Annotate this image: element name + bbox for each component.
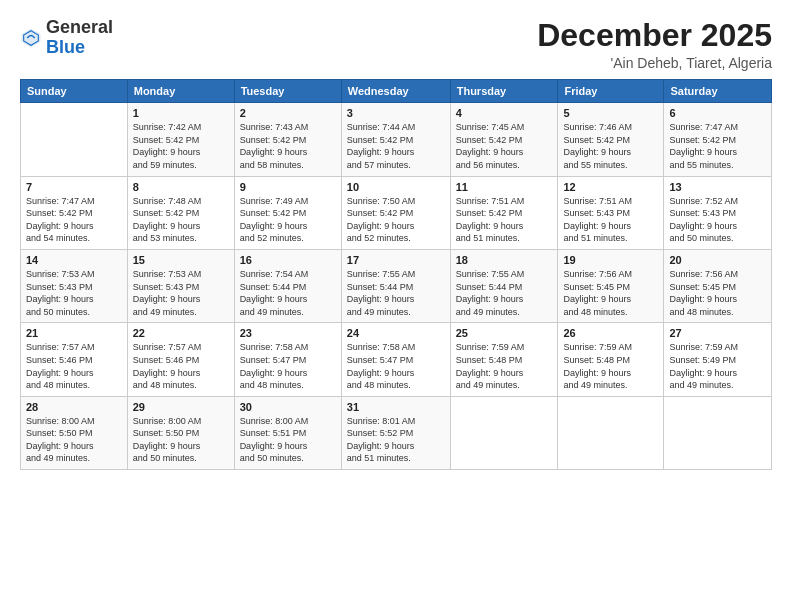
logo: General Blue [20, 18, 113, 58]
calendar-cell [664, 396, 772, 469]
calendar-week-1: 1Sunrise: 7:42 AM Sunset: 5:42 PM Daylig… [21, 103, 772, 176]
logo-icon [20, 27, 42, 49]
svg-marker-0 [21, 28, 40, 47]
calendar-cell [450, 396, 558, 469]
day-number: 14 [26, 254, 122, 266]
day-info: Sunrise: 7:58 AM Sunset: 5:47 PM Dayligh… [240, 341, 336, 391]
calendar-cell: 6Sunrise: 7:47 AM Sunset: 5:42 PM Daylig… [664, 103, 772, 176]
day-number: 8 [133, 181, 229, 193]
calendar-cell: 11Sunrise: 7:51 AM Sunset: 5:42 PM Dayli… [450, 176, 558, 249]
day-info: Sunrise: 7:53 AM Sunset: 5:43 PM Dayligh… [26, 268, 122, 318]
day-info: Sunrise: 7:46 AM Sunset: 5:42 PM Dayligh… [563, 121, 658, 171]
day-info: Sunrise: 7:56 AM Sunset: 5:45 PM Dayligh… [563, 268, 658, 318]
logo-text: General Blue [46, 18, 113, 58]
day-info: Sunrise: 7:55 AM Sunset: 5:44 PM Dayligh… [347, 268, 445, 318]
day-number: 16 [240, 254, 336, 266]
location: 'Ain Deheb, Tiaret, Algeria [537, 55, 772, 71]
day-info: Sunrise: 7:52 AM Sunset: 5:43 PM Dayligh… [669, 195, 766, 245]
calendar-cell: 29Sunrise: 8:00 AM Sunset: 5:50 PM Dayli… [127, 396, 234, 469]
day-number: 27 [669, 327, 766, 339]
day-number: 4 [456, 107, 553, 119]
day-number: 17 [347, 254, 445, 266]
calendar-cell: 17Sunrise: 7:55 AM Sunset: 5:44 PM Dayli… [341, 249, 450, 322]
day-number: 2 [240, 107, 336, 119]
day-number: 20 [669, 254, 766, 266]
calendar-cell: 3Sunrise: 7:44 AM Sunset: 5:42 PM Daylig… [341, 103, 450, 176]
logo-general-text: General [46, 17, 113, 37]
day-number: 11 [456, 181, 553, 193]
day-info: Sunrise: 7:43 AM Sunset: 5:42 PM Dayligh… [240, 121, 336, 171]
calendar-cell: 27Sunrise: 7:59 AM Sunset: 5:49 PM Dayli… [664, 323, 772, 396]
day-number: 26 [563, 327, 658, 339]
day-info: Sunrise: 7:48 AM Sunset: 5:42 PM Dayligh… [133, 195, 229, 245]
calendar-cell: 30Sunrise: 8:00 AM Sunset: 5:51 PM Dayli… [234, 396, 341, 469]
calendar-cell: 26Sunrise: 7:59 AM Sunset: 5:48 PM Dayli… [558, 323, 664, 396]
day-info: Sunrise: 8:00 AM Sunset: 5:50 PM Dayligh… [26, 415, 122, 465]
day-info: Sunrise: 7:45 AM Sunset: 5:42 PM Dayligh… [456, 121, 553, 171]
day-number: 25 [456, 327, 553, 339]
month-title: December 2025 [537, 18, 772, 53]
day-number: 24 [347, 327, 445, 339]
day-number: 31 [347, 401, 445, 413]
calendar-cell: 16Sunrise: 7:54 AM Sunset: 5:44 PM Dayli… [234, 249, 341, 322]
calendar-table: Sunday Monday Tuesday Wednesday Thursday… [20, 79, 772, 470]
day-number: 29 [133, 401, 229, 413]
calendar-cell [558, 396, 664, 469]
calendar-cell: 9Sunrise: 7:49 AM Sunset: 5:42 PM Daylig… [234, 176, 341, 249]
day-number: 10 [347, 181, 445, 193]
day-info: Sunrise: 7:51 AM Sunset: 5:42 PM Dayligh… [456, 195, 553, 245]
day-number: 3 [347, 107, 445, 119]
day-number: 9 [240, 181, 336, 193]
calendar-cell: 15Sunrise: 7:53 AM Sunset: 5:43 PM Dayli… [127, 249, 234, 322]
col-tuesday: Tuesday [234, 80, 341, 103]
day-info: Sunrise: 8:00 AM Sunset: 5:50 PM Dayligh… [133, 415, 229, 465]
day-info: Sunrise: 7:50 AM Sunset: 5:42 PM Dayligh… [347, 195, 445, 245]
day-number: 15 [133, 254, 229, 266]
calendar-cell: 2Sunrise: 7:43 AM Sunset: 5:42 PM Daylig… [234, 103, 341, 176]
day-info: Sunrise: 7:56 AM Sunset: 5:45 PM Dayligh… [669, 268, 766, 318]
day-info: Sunrise: 7:44 AM Sunset: 5:42 PM Dayligh… [347, 121, 445, 171]
logo-blue-text: Blue [46, 37, 85, 57]
calendar-cell: 24Sunrise: 7:58 AM Sunset: 5:47 PM Dayli… [341, 323, 450, 396]
day-info: Sunrise: 7:49 AM Sunset: 5:42 PM Dayligh… [240, 195, 336, 245]
day-number: 5 [563, 107, 658, 119]
calendar-cell: 1Sunrise: 7:42 AM Sunset: 5:42 PM Daylig… [127, 103, 234, 176]
day-info: Sunrise: 7:59 AM Sunset: 5:48 PM Dayligh… [563, 341, 658, 391]
calendar-cell: 10Sunrise: 7:50 AM Sunset: 5:42 PM Dayli… [341, 176, 450, 249]
day-info: Sunrise: 7:58 AM Sunset: 5:47 PM Dayligh… [347, 341, 445, 391]
calendar-cell: 22Sunrise: 7:57 AM Sunset: 5:46 PM Dayli… [127, 323, 234, 396]
col-monday: Monday [127, 80, 234, 103]
calendar-cell: 18Sunrise: 7:55 AM Sunset: 5:44 PM Dayli… [450, 249, 558, 322]
day-info: Sunrise: 8:01 AM Sunset: 5:52 PM Dayligh… [347, 415, 445, 465]
calendar-cell: 12Sunrise: 7:51 AM Sunset: 5:43 PM Dayli… [558, 176, 664, 249]
day-info: Sunrise: 7:57 AM Sunset: 5:46 PM Dayligh… [26, 341, 122, 391]
day-info: Sunrise: 7:57 AM Sunset: 5:46 PM Dayligh… [133, 341, 229, 391]
day-number: 18 [456, 254, 553, 266]
calendar-cell: 7Sunrise: 7:47 AM Sunset: 5:42 PM Daylig… [21, 176, 128, 249]
calendar-cell [21, 103, 128, 176]
day-number: 22 [133, 327, 229, 339]
calendar-week-3: 14Sunrise: 7:53 AM Sunset: 5:43 PM Dayli… [21, 249, 772, 322]
calendar-header-row: Sunday Monday Tuesday Wednesday Thursday… [21, 80, 772, 103]
day-info: Sunrise: 7:54 AM Sunset: 5:44 PM Dayligh… [240, 268, 336, 318]
day-info: Sunrise: 7:51 AM Sunset: 5:43 PM Dayligh… [563, 195, 658, 245]
calendar-cell: 8Sunrise: 7:48 AM Sunset: 5:42 PM Daylig… [127, 176, 234, 249]
calendar-cell: 19Sunrise: 7:56 AM Sunset: 5:45 PM Dayli… [558, 249, 664, 322]
day-info: Sunrise: 7:42 AM Sunset: 5:42 PM Dayligh… [133, 121, 229, 171]
day-number: 6 [669, 107, 766, 119]
calendar-week-4: 21Sunrise: 7:57 AM Sunset: 5:46 PM Dayli… [21, 323, 772, 396]
calendar-cell: 21Sunrise: 7:57 AM Sunset: 5:46 PM Dayli… [21, 323, 128, 396]
day-info: Sunrise: 8:00 AM Sunset: 5:51 PM Dayligh… [240, 415, 336, 465]
page: General Blue December 2025 'Ain Deheb, T… [0, 0, 792, 612]
col-wednesday: Wednesday [341, 80, 450, 103]
calendar-cell: 4Sunrise: 7:45 AM Sunset: 5:42 PM Daylig… [450, 103, 558, 176]
day-number: 23 [240, 327, 336, 339]
day-number: 28 [26, 401, 122, 413]
title-block: December 2025 'Ain Deheb, Tiaret, Algeri… [537, 18, 772, 71]
day-info: Sunrise: 7:53 AM Sunset: 5:43 PM Dayligh… [133, 268, 229, 318]
calendar-cell: 23Sunrise: 7:58 AM Sunset: 5:47 PM Dayli… [234, 323, 341, 396]
calendar-cell: 5Sunrise: 7:46 AM Sunset: 5:42 PM Daylig… [558, 103, 664, 176]
calendar-cell: 28Sunrise: 8:00 AM Sunset: 5:50 PM Dayli… [21, 396, 128, 469]
day-info: Sunrise: 7:59 AM Sunset: 5:48 PM Dayligh… [456, 341, 553, 391]
day-info: Sunrise: 7:47 AM Sunset: 5:42 PM Dayligh… [669, 121, 766, 171]
